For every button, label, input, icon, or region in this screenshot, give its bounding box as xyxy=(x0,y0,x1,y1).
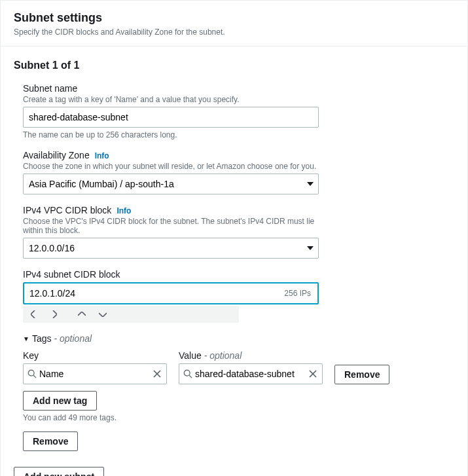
subnet-name-desc: Create a tag with a key of 'Name' and a … xyxy=(23,95,319,104)
vpc-cidr-select[interactable] xyxy=(23,238,319,259)
cidr-nav-strip xyxy=(23,306,239,323)
tag-key-col: Key xyxy=(23,350,167,384)
remove-tag-button[interactable]: Remove xyxy=(334,365,389,384)
remove-subnet-button[interactable]: Remove xyxy=(23,431,78,451)
subnet-name-input[interactable] xyxy=(23,107,319,128)
search-icon xyxy=(183,369,192,378)
tag-value-label: Value xyxy=(179,350,202,361)
vpc-cidr-desc: Choose the VPC's IPv4 CIDR block for the… xyxy=(23,217,319,235)
svg-point-4 xyxy=(184,370,190,376)
clear-value-button[interactable] xyxy=(308,369,318,379)
field-availability-zone: Availability Zone Info Choose the zone i… xyxy=(23,150,319,194)
tags-remaining-hint: You can add 49 more tags. xyxy=(23,413,454,422)
subnet-cidr-ipcount: 256 IPs xyxy=(284,289,317,298)
add-new-tag-button[interactable]: Add new tag xyxy=(23,391,97,411)
add-new-subnet-button[interactable]: Add new subnet xyxy=(14,467,104,476)
tag-key-input[interactable] xyxy=(37,369,152,379)
vpc-cidr-label: IPv4 VPC CIDR block xyxy=(23,205,111,215)
subnet-cidr-label: IPv4 subnet CIDR block xyxy=(23,269,120,280)
search-icon xyxy=(27,369,37,378)
vpc-cidr-info-link[interactable]: Info xyxy=(117,206,131,215)
vpc-cidr-select-value[interactable] xyxy=(23,238,319,259)
az-info-link[interactable]: Info xyxy=(95,151,109,160)
cidr-prev-button[interactable] xyxy=(23,306,44,323)
tag-key-label: Key xyxy=(23,350,167,361)
svg-point-0 xyxy=(28,370,34,376)
panel-subtitle: Specify the CIDR blocks and Availability… xyxy=(14,27,454,37)
az-select-value[interactable] xyxy=(23,174,319,194)
field-subnet-cidr: IPv4 subnet CIDR block 256 IPs xyxy=(23,269,319,323)
subnet-cidr-input-wrap[interactable]: 256 IPs xyxy=(23,282,319,304)
subnet-name-hint: The name can be up to 256 characters lon… xyxy=(23,130,319,139)
az-label: Availability Zone xyxy=(23,150,90,160)
tags-toggle[interactable]: ▼ Tags - optional xyxy=(23,333,454,344)
subnet-settings-panel: Subnet settings Specify the CIDR blocks … xyxy=(0,0,468,476)
field-vpc-cidr: IPv4 VPC CIDR block Info Choose the VPC'… xyxy=(23,205,319,259)
panel-title: Subnet settings xyxy=(14,11,454,25)
cidr-up-button[interactable] xyxy=(71,306,92,323)
svg-line-1 xyxy=(33,375,36,378)
panel-body: Subnet 1 of 1 Subnet name Create a tag w… xyxy=(1,46,467,476)
az-desc: Choose the zone in which your subnet wil… xyxy=(23,162,319,171)
cidr-down-button[interactable] xyxy=(92,306,113,323)
subnet-cidr-input[interactable] xyxy=(24,284,284,303)
az-select[interactable] xyxy=(23,174,319,194)
tag-value-col: Value - optional xyxy=(179,350,323,384)
subnet-index-title: Subnet 1 of 1 xyxy=(14,60,454,71)
panel-header: Subnet settings Specify the CIDR blocks … xyxy=(1,1,467,46)
field-subnet-name: Subnet name Create a tag with a key of '… xyxy=(23,83,319,139)
tag-remove-col: Remove xyxy=(334,365,389,384)
svg-line-5 xyxy=(189,375,192,378)
subnet-name-label: Subnet name xyxy=(23,83,77,94)
tag-value-optional: - optional xyxy=(202,350,242,361)
tag-value-input-wrap[interactable] xyxy=(179,363,323,384)
tags-optional: - optional xyxy=(54,333,92,344)
tag-row: Key Value - optional xyxy=(23,350,454,384)
tag-key-input-wrap[interactable] xyxy=(23,363,167,384)
triangle-down-icon: ▼ xyxy=(23,335,29,342)
clear-key-button[interactable] xyxy=(152,369,162,379)
tags-label: Tags xyxy=(32,333,52,344)
cidr-next-button[interactable] xyxy=(44,306,65,323)
tag-value-input[interactable] xyxy=(192,369,308,379)
